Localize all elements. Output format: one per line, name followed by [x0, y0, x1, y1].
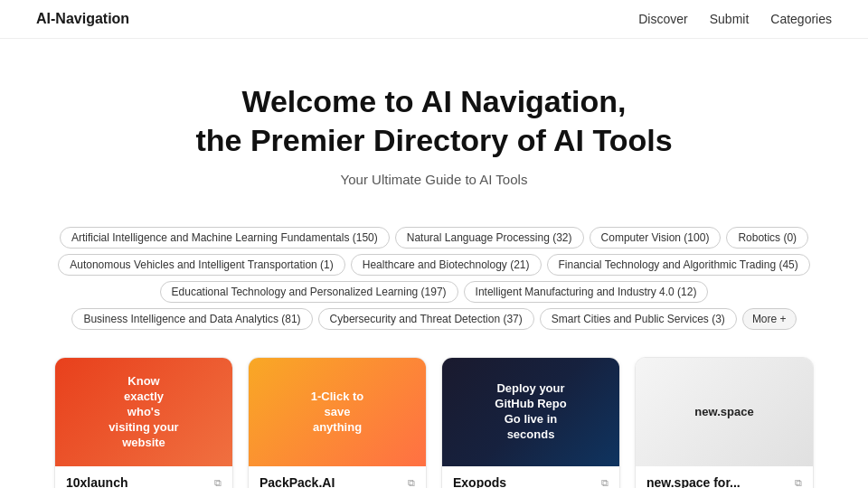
- category-tags: Artificial Intelligence and Machine Lear…: [0, 209, 868, 348]
- nav-submit[interactable]: Submit: [710, 12, 750, 26]
- nav-categories[interactable]: Categories: [770, 12, 832, 26]
- external-link-icon-packpack[interactable]: ⧉: [408, 477, 415, 489]
- card-title-packpack: PackPack.AI: [259, 475, 335, 488]
- category-tag-8[interactable]: Intelligent Manufacturing and Industry 4…: [464, 281, 709, 303]
- card-thumb-exopods: Deploy your GitHub Repo Go live in secon…: [442, 358, 619, 466]
- hero-section: Welcome to AI Navigation, the Premier Di…: [0, 39, 868, 209]
- external-link-icon-exopods[interactable]: ⧉: [601, 477, 609, 489]
- category-tag-10[interactable]: Cybersecurity and Threat Detection (37): [318, 308, 534, 330]
- category-tag-3[interactable]: Robotics (0): [726, 227, 808, 249]
- category-tag-12[interactable]: More +: [742, 308, 797, 330]
- category-tag-7[interactable]: Educational Technology and Personalized …: [160, 281, 458, 303]
- navbar: AI-Navigation Discover Submit Categories: [0, 0, 868, 39]
- category-tag-9[interactable]: Business Intelligence and Data Analytics…: [71, 308, 312, 330]
- nav-logo: AI-Navigation: [36, 11, 129, 27]
- card-thumb-packpack: 1-Click to save anything: [249, 358, 426, 466]
- card-thumb-text-exopods: Deploy your GitHub Repo Go live in secon…: [486, 374, 575, 450]
- external-link-icon-newspace[interactable]: ⧉: [795, 477, 802, 489]
- card-exopods: Deploy your GitHub Repo Go live in secon…: [441, 357, 620, 488]
- card-thumb-text-newspace: new.space: [687, 398, 760, 427]
- category-tag-2[interactable]: Computer Vision (100): [590, 227, 722, 249]
- card-title-10xlaunch: 10xlaunch: [66, 475, 127, 488]
- category-tag-11[interactable]: Smart Cities and Public Services (3): [540, 308, 737, 330]
- card-body-exopods: Exopods ⧉ Exopods offers simple, scalabl…: [442, 466, 619, 488]
- card-thumb-text-packpack: 1-Click to save anything: [293, 382, 382, 443]
- nav-discover[interactable]: Discover: [638, 12, 687, 26]
- category-tag-1[interactable]: Natural Language Processing (32): [395, 227, 584, 249]
- cards-section: Know exactly who's visiting your website…: [0, 348, 868, 488]
- hero-subtitle: Your Ultimate Guide to AI Tools: [18, 172, 850, 187]
- card-10xlaunch: Know exactly who's visiting your website…: [54, 357, 233, 488]
- card-thumb-10xlaunch: Know exactly who's visiting your website: [55, 358, 232, 466]
- card-body-10xlaunch: 10xlaunch ⧉ 10xlaunch helps websites inc…: [55, 466, 232, 488]
- category-tag-4[interactable]: Autonomous Vehicles and Intelligent Tran…: [58, 254, 345, 276]
- nav-links: Discover Submit Categories: [638, 12, 832, 26]
- external-link-icon-10xlaunch[interactable]: ⧉: [214, 477, 222, 489]
- card-thumb-text-10xlaunch: Know exactly who's visiting your website: [99, 367, 188, 457]
- category-tag-5[interactable]: Healthcare and Biotechnology (21): [351, 254, 542, 276]
- card-packpack: 1-Click to save anything PackPack.AI ⧉ P…: [248, 357, 427, 488]
- card-body-packpack: PackPack.AI ⧉ PackPack offers a 1-click …: [249, 466, 426, 488]
- category-tag-6[interactable]: Financial Technology and Algorithmic Tra…: [547, 254, 810, 276]
- cards-grid-row1: Know exactly who's visiting your website…: [54, 357, 814, 488]
- card-newspace: new.space new.space for... ⧉ Guide on co…: [635, 357, 814, 488]
- card-title-exopods: Exopods: [453, 475, 506, 488]
- category-tag-0[interactable]: Artificial Intelligence and Machine Lear…: [60, 227, 390, 249]
- card-body-newspace: new.space for... ⧉ Guide on connecting t…: [636, 466, 813, 488]
- card-title-newspace: new.space for...: [646, 475, 741, 488]
- hero-title: Welcome to AI Navigation, the Premier Di…: [18, 82, 850, 159]
- card-thumb-newspace: new.space: [636, 358, 813, 466]
